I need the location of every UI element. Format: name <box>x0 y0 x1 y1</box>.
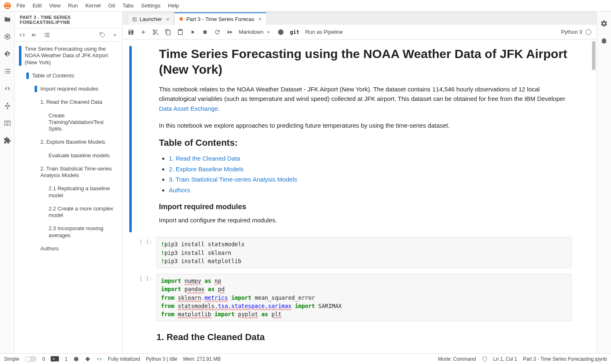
fast-forward-icon[interactable] <box>226 29 233 35</box>
cell-prompt <box>134 46 159 232</box>
pipeline-editor-icon[interactable] <box>4 102 11 110</box>
menu-git[interactable]: Git <box>108 2 115 9</box>
toc-item[interactable]: 1. Read the Cleaned Data <box>15 97 122 107</box>
markdown-cell[interactable]: Time Series Forecasting using the NOAA W… <box>126 46 588 232</box>
toc-heading: Table of Contents: <box>159 138 571 148</box>
notebook-tab-icon <box>179 16 184 21</box>
close-icon[interactable]: × <box>166 16 169 23</box>
menu-view[interactable]: View <box>49 2 61 9</box>
cut-icon[interactable] <box>152 29 159 35</box>
toc-item[interactable]: 2.1 Replicating a baseline model <box>15 184 122 201</box>
cursor-position[interactable]: Ln 1, Col 1 <box>493 356 517 362</box>
svg-point-3 <box>6 105 8 107</box>
notebook-toolbar: Markdown git Run as Pipeline Python 3 <box>123 25 596 40</box>
numbered-list-icon[interactable] <box>44 32 50 38</box>
toc-item[interactable]: 2.2 Create a more complex model <box>15 204 122 221</box>
git-icon[interactable] <box>4 50 11 58</box>
caret-down-icon <box>265 29 272 35</box>
toc-item[interactable]: Authors <box>15 244 122 254</box>
menu-edit[interactable]: Edit <box>33 2 42 9</box>
tab-bar: Launcher × Part 3 - Time Series Forecas … <box>123 12 596 25</box>
notebook-body[interactable]: Time Series Forecasting using the NOAA W… <box>123 40 596 353</box>
lsp-icon[interactable] <box>96 356 102 362</box>
gear-icon[interactable] <box>73 356 79 362</box>
toc-item[interactable]: Table of Contents: <box>15 71 122 81</box>
memory-status[interactable]: Mem: 272.91 MB <box>183 356 221 362</box>
import-heading: Import required modules <box>159 203 571 211</box>
terminal-count[interactable]: 1 <box>65 356 68 362</box>
markdown-icon[interactable]: M↓ <box>31 32 38 38</box>
code-cell[interactable]: [ ]: import numpy as np import pandas as… <box>126 274 588 321</box>
simple-label: Simple <box>4 356 19 362</box>
cell-indicator <box>129 46 132 232</box>
debugger-icon[interactable] <box>600 37 608 44</box>
code-cell[interactable]: [ ]: !pip3 install statsmodels !pip3 ins… <box>126 237 588 268</box>
kernel-status[interactable]: Python 3 | Idle <box>146 356 177 362</box>
terminal-icon[interactable]: >_ <box>51 356 59 362</box>
clock-icon[interactable] <box>278 29 284 35</box>
cell-type-select[interactable]: Markdown <box>239 29 272 35</box>
toc-item[interactable]: Import required modules <box>15 84 122 94</box>
code-editor[interactable]: import numpy as np import pandas as pd f… <box>156 274 571 321</box>
add-icon[interactable] <box>140 29 147 35</box>
mode-status[interactable]: Mode: Command <box>438 356 476 362</box>
toc-item[interactable]: 2. Explore Baseline Models <box>15 137 122 147</box>
save-icon[interactable] <box>128 29 134 35</box>
menu-tabs[interactable]: Tabs <box>122 2 133 9</box>
tabs-count[interactable]: 0 <box>42 356 45 362</box>
kernel-selector[interactable]: Python 3 <box>561 29 591 35</box>
code-snippet-icon[interactable] <box>4 85 11 92</box>
menu-run[interactable]: Run <box>68 2 78 9</box>
menu-help[interactable]: Help <box>168 2 179 9</box>
tab-launcher[interactable]: Launcher × <box>128 13 174 25</box>
toc-link[interactable]: 3. Train Statistical Time-series Analysi… <box>169 176 297 183</box>
menu-kernel[interactable]: Kernel <box>85 2 101 9</box>
restart-icon[interactable] <box>214 29 221 35</box>
close-icon[interactable]: × <box>259 16 262 22</box>
toc-item[interactable]: Evaluate baseline models <box>15 151 122 161</box>
scrollbar[interactable] <box>592 41 595 70</box>
copy-icon[interactable] <box>165 29 171 35</box>
menu-items: File Edit View Run Kernel Git Tabs Setti… <box>16 2 179 9</box>
extension-icon[interactable] <box>4 137 11 144</box>
folder-icon[interactable] <box>4 16 11 23</box>
markdown-cell[interactable]: 1. Read the Cleaned Data <box>126 329 588 348</box>
svg-rect-2 <box>6 36 8 38</box>
run-as-pipeline-button[interactable]: Run as Pipeline <box>305 29 343 35</box>
toc-link[interactable]: 1. Read the Cleaned Data <box>169 155 240 162</box>
filename-status[interactable]: Part 3 - Time Series Forecasting.ipynb <box>523 356 607 362</box>
git-diamond-icon[interactable] <box>85 356 91 362</box>
menu-file[interactable]: File <box>16 2 25 9</box>
svg-rect-8 <box>180 17 183 21</box>
simple-toggle[interactable] <box>25 356 37 362</box>
data-asset-exchange-link[interactable]: Data Asset Exchange <box>159 105 218 112</box>
svg-rect-9 <box>203 30 207 34</box>
shield-icon[interactable] <box>482 356 487 362</box>
sidebar: PART 3 - TIME SERIES FORECASTING.IPYNB M… <box>15 12 123 353</box>
stop-icon[interactable] <box>202 29 208 35</box>
property-inspector-icon[interactable] <box>600 20 608 27</box>
cell-prompt: [ ]: <box>132 274 156 321</box>
running-icon[interactable] <box>4 33 11 40</box>
run-icon[interactable] <box>189 29 196 35</box>
tab-notebook[interactable]: Part 3 - Time Series Forecas × <box>174 12 266 25</box>
toc-icon[interactable] <box>4 68 11 75</box>
commands-icon[interactable] <box>4 119 11 127</box>
toc-link[interactable]: Authors <box>169 187 190 194</box>
toc-item[interactable]: Time Series Forecasting using the NOAA W… <box>15 44 122 68</box>
paste-icon[interactable] <box>177 29 184 35</box>
tab-label: Launcher <box>140 16 162 22</box>
caret-down-icon[interactable] <box>112 32 118 38</box>
toc-link[interactable]: 2. Explore Baseline Models <box>169 166 244 173</box>
git-label[interactable]: git <box>290 29 299 35</box>
jupyter-logo <box>3 2 12 10</box>
git-status[interactable]: Fully initialized <box>108 356 140 362</box>
toc-item[interactable]: 2. Train Statistical Time-series Analysi… <box>15 164 122 181</box>
toc-item[interactable]: Create Training/Validation/Test Splits <box>15 111 122 134</box>
code-editor[interactable]: !pip3 install statsmodels !pip3 install … <box>156 237 571 268</box>
tag-icon[interactable] <box>99 32 106 38</box>
toc-item[interactable]: 2.3 Incorporate moving averages <box>15 224 122 240</box>
menu-settings[interactable]: Settings <box>141 2 161 9</box>
code-icon[interactable] <box>19 32 26 38</box>
section-heading: 1. Read the Cleaned Data <box>156 332 571 343</box>
